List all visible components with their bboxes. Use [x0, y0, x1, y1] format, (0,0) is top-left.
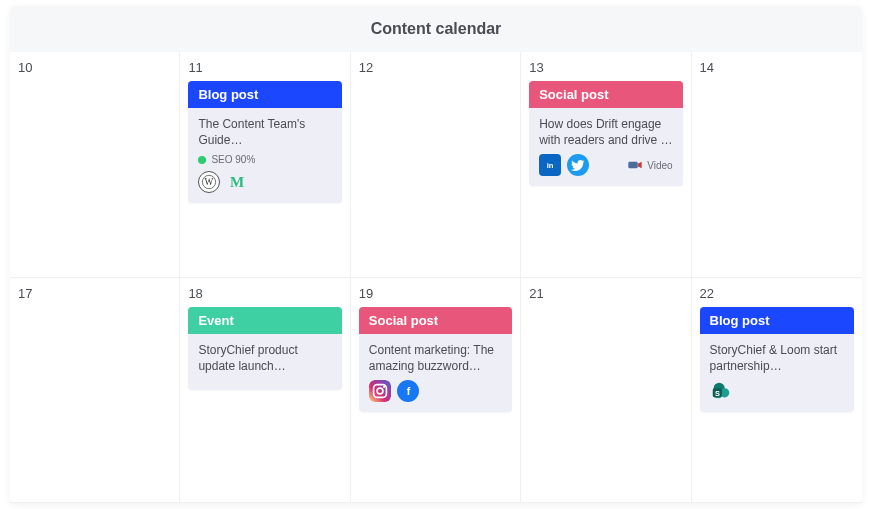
day-number: 11 [188, 60, 341, 75]
page-title: Content calendar [10, 6, 862, 52]
sharepoint-icon: S [710, 380, 732, 402]
card-type: Blog post [188, 81, 341, 108]
card-title: StoryChief product update launch… [198, 342, 331, 374]
card-social-19[interactable]: Social post Content marketing: The amazi… [359, 307, 512, 412]
card-body: Content marketing: The amazing buzzword… [359, 334, 512, 412]
calendar-wrapper: Content calendar 10 11 Blog post The Con… [10, 6, 862, 503]
svg-text:M: M [230, 174, 244, 190]
day-cell-21[interactable]: 21 [521, 278, 691, 504]
day-number: 10 [18, 60, 171, 75]
camera-icon [627, 157, 643, 173]
medium-icon: M [226, 171, 248, 193]
day-cell-18[interactable]: 18 Event StoryChief product update launc… [180, 278, 350, 504]
svg-text:W: W [205, 178, 214, 188]
seo-badge: SEO 90% [198, 154, 331, 165]
twitter-icon [567, 154, 589, 176]
svg-text:f: f [407, 385, 411, 397]
facebook-icon: f [397, 380, 419, 402]
day-number: 14 [700, 60, 854, 75]
video-tag: Video [627, 157, 672, 173]
card-blog-22[interactable]: Blog post StoryChief & Loom start partne… [700, 307, 854, 412]
channel-icons: in Video [539, 154, 672, 176]
svg-text:in: in [547, 161, 554, 170]
card-type: Social post [359, 307, 512, 334]
seo-text: SEO 90% [211, 154, 255, 165]
day-cell-12[interactable]: 12 [351, 52, 521, 278]
channel-icons: S [710, 380, 844, 402]
day-cell-19[interactable]: 19 Social post Content marketing: The am… [351, 278, 521, 504]
channel-icons: W M [198, 171, 331, 193]
day-number: 17 [18, 286, 171, 301]
svg-point-9 [383, 386, 385, 388]
card-body: How does Drift engage with readers and d… [529, 108, 682, 186]
calendar-grid: 10 11 Blog post The Content Team's Guide… [10, 52, 862, 503]
card-type: Blog post [700, 307, 854, 334]
card-body: StoryChief & Loom start partnership… S [700, 334, 854, 412]
day-number: 21 [529, 286, 682, 301]
seo-dot-icon [198, 156, 206, 164]
svg-text:S: S [714, 388, 719, 397]
day-cell-13[interactable]: 13 Social post How does Drift engage wit… [521, 52, 691, 278]
day-number: 22 [700, 286, 854, 301]
svg-rect-6 [369, 380, 391, 402]
wordpress-icon: W [198, 171, 220, 193]
day-number: 19 [359, 286, 512, 301]
day-number: 12 [359, 60, 512, 75]
day-cell-11[interactable]: 11 Blog post The Content Team's Guide… S… [180, 52, 350, 278]
day-cell-17[interactable]: 17 [10, 278, 180, 504]
svg-marker-5 [638, 162, 642, 169]
svg-rect-4 [629, 162, 638, 169]
card-body: The Content Team's Guide… SEO 90% W M [188, 108, 341, 203]
card-event-18[interactable]: Event StoryChief product update launch… [188, 307, 341, 390]
day-number: 18 [188, 286, 341, 301]
card-title: The Content Team's Guide… [198, 116, 331, 148]
card-title: How does Drift engage with readers and d… [539, 116, 672, 148]
day-cell-22[interactable]: 22 Blog post StoryChief & Loom start par… [692, 278, 862, 504]
day-number: 13 [529, 60, 682, 75]
card-body: StoryChief product update launch… [188, 334, 341, 390]
linkedin-icon: in [539, 154, 561, 176]
day-cell-14[interactable]: 14 [692, 52, 862, 278]
card-title: Content marketing: The amazing buzzword… [369, 342, 502, 374]
card-social-13[interactable]: Social post How does Drift engage with r… [529, 81, 682, 186]
card-type: Social post [529, 81, 682, 108]
channel-icons: f [369, 380, 502, 402]
card-blog-11[interactable]: Blog post The Content Team's Guide… SEO … [188, 81, 341, 203]
card-type: Event [188, 307, 341, 334]
card-title: StoryChief & Loom start partnership… [710, 342, 844, 374]
instagram-icon [369, 380, 391, 402]
day-cell-10[interactable]: 10 [10, 52, 180, 278]
video-label: Video [647, 160, 672, 171]
